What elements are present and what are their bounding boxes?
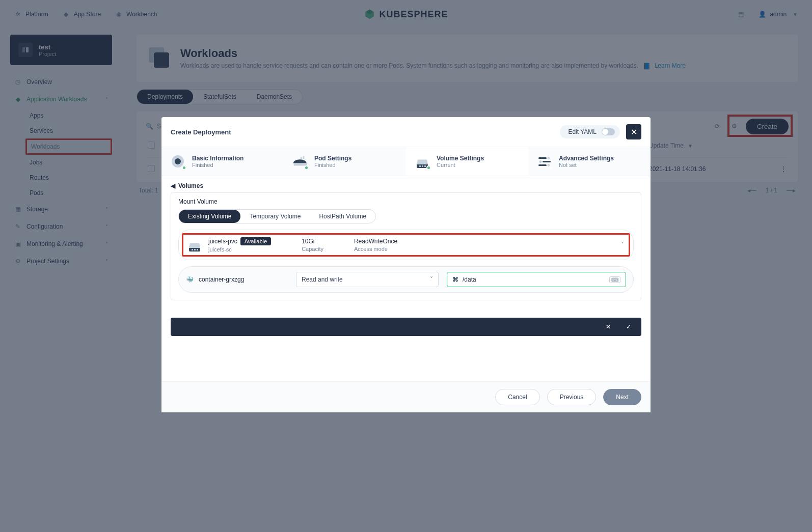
step-pod-name: Pod Settings (314, 155, 351, 162)
mount-label: Mount Volume (178, 198, 634, 205)
container-chip: 🐳 container-grxzgg (186, 276, 288, 283)
create-deployment-modal: Create Deployment Edit YAML ✕ Basic Info… (161, 117, 651, 412)
keyboard-icon: ⌨ (609, 276, 620, 283)
tab-temporary-volume[interactable]: Temporary Volume (240, 210, 310, 223)
modal-overlay: Create Deployment Edit YAML ✕ Basic Info… (0, 0, 812, 532)
step-pod-status: Finished (314, 162, 351, 168)
advanced-step-icon (536, 153, 553, 170)
svg-point-3 (175, 158, 181, 164)
capacity-value: 10Gi (302, 238, 323, 245)
step-basic-status: Finished (192, 162, 243, 168)
close-button[interactable]: ✕ (626, 124, 641, 139)
mount-path-input[interactable] (463, 276, 605, 283)
step-basic[interactable]: Basic Information Finished (161, 147, 284, 176)
volume-step-icon (414, 153, 430, 170)
volumes-title-text: Volumes (178, 182, 203, 189)
basic-step-icon (170, 153, 186, 170)
modal-title: Create Deployment (171, 128, 231, 136)
modal-footer: Cancel Previous Next (161, 381, 651, 412)
discard-button[interactable]: ✕ (606, 323, 611, 330)
chevron-down-icon: ˅ (621, 241, 624, 248)
tab-hostpath-volume[interactable]: HostPath Volume (310, 210, 375, 223)
volume-selector[interactable]: juicefs-pvc Available juicefs-sc 10Gi Ca… (178, 230, 634, 260)
capacity-label: Capacity (302, 246, 323, 252)
close-icon: ✕ (631, 127, 637, 137)
chevron-down-icon: ˅ (430, 276, 433, 283)
mount-path-input-wrap: ⌘ ⌨ (447, 272, 626, 287)
volumes-section-title: ◀ Volumes (171, 182, 641, 189)
svg-rect-4 (301, 157, 302, 159)
svg-rect-7 (538, 157, 547, 159)
mount-row: 🐳 container-grxzgg Read and write ˅ ⌘ ⌨ (178, 266, 634, 293)
mount-mode-select[interactable]: Read and write ˅ (296, 272, 439, 287)
tab-existing-volume[interactable]: Existing Volume (179, 210, 240, 223)
wizard-steps: Basic Information Finished Pod Settings … (161, 147, 651, 176)
edit-yaml-label: Edit YAML (568, 128, 597, 135)
container-name: container-grxzgg (199, 276, 244, 283)
previous-button[interactable]: Previous (547, 389, 597, 405)
pvc-name: juicefs-pvc (208, 238, 237, 245)
step-advanced[interactable]: Advanced Settings Not set (528, 147, 651, 176)
docker-icon: 🐳 (186, 276, 194, 283)
step-advanced-status: Not set (559, 162, 614, 168)
svg-point-10 (539, 160, 542, 163)
step-pod[interactable]: Pod Settings Finished (284, 147, 406, 176)
confirm-button[interactable]: ✓ (626, 323, 631, 330)
svg-rect-5 (303, 156, 305, 159)
action-bar: ✕ ✓ (171, 318, 641, 336)
edit-yaml-toggle[interactable]: Edit YAML (560, 125, 620, 138)
pod-step-icon (292, 153, 308, 170)
svg-rect-9 (543, 161, 551, 162)
storage-class: juicefs-sc (208, 246, 271, 253)
mount-mode-value: Read and write (302, 276, 343, 283)
step-advanced-name: Advanced Settings (559, 155, 614, 162)
mount-panel: Mount Volume Existing Volume Temporary V… (171, 192, 641, 300)
access-mode-label: Access mode (354, 246, 397, 252)
disk-icon (188, 238, 201, 251)
step-volume-name: Volume Settings (437, 155, 484, 162)
terminal-icon: ⌘ (452, 276, 458, 283)
access-mode-value: ReadWriteOnce (354, 238, 397, 245)
svg-rect-11 (538, 164, 547, 166)
cancel-button[interactable]: Cancel (495, 389, 539, 405)
svg-point-8 (548, 157, 550, 159)
step-volume[interactable]: Volume Settings Current (406, 147, 528, 176)
step-basic-name: Basic Information (192, 155, 243, 162)
step-volume-status: Current (437, 162, 484, 168)
volume-type-tabs: Existing Volume Temporary Volume HostPat… (178, 209, 376, 223)
next-button[interactable]: Next (603, 389, 641, 405)
switch-icon (602, 128, 615, 135)
back-arrow-icon[interactable]: ◀ (171, 182, 175, 189)
status-badge: Available (240, 237, 271, 245)
